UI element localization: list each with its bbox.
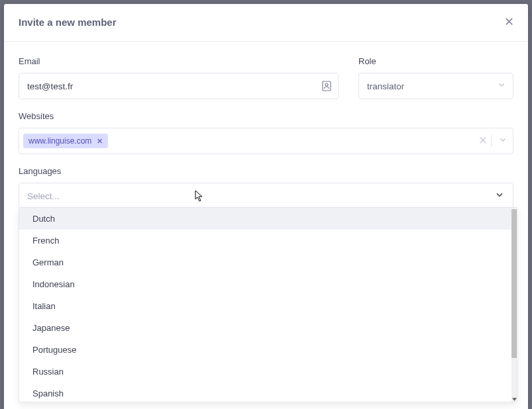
language-option[interactable]: German: [19, 251, 511, 273]
language-option[interactable]: Spanish: [19, 383, 511, 402]
clear-websites-button[interactable]: [479, 135, 487, 147]
modal-title: Invite a new member: [19, 17, 117, 28]
languages-select[interactable]: Select...: [19, 183, 513, 209]
language-option[interactable]: Portuguese: [19, 339, 511, 361]
email-input[interactable]: [19, 81, 322, 91]
contact-card-icon[interactable]: [322, 81, 331, 91]
modal-header: Invite a new member: [4, 4, 528, 42]
language-option[interactable]: Indonesian: [19, 273, 511, 295]
chevron-down-icon: [494, 189, 505, 203]
scrollbar[interactable]: [511, 208, 517, 402]
websites-label: Websites: [19, 111, 513, 121]
svg-marker-6: [512, 398, 517, 400]
scroll-down-arrow[interactable]: [511, 396, 517, 402]
email-field-group: Email: [19, 56, 339, 99]
modal-body: Email Role translator: [4, 42, 528, 228]
email-label: Email: [19, 56, 339, 66]
close-button[interactable]: [505, 16, 513, 28]
svg-point-3: [325, 83, 328, 86]
role-label: Role: [358, 56, 513, 66]
languages-label: Languages: [19, 166, 513, 176]
email-input-wrap: [19, 73, 339, 99]
websites-input[interactable]: www.linguise.com ✕: [19, 128, 513, 154]
languages-placeholder: Select...: [27, 191, 494, 201]
invite-member-modal: Invite a new member Email: [4, 4, 528, 409]
languages-field-group: Languages Select...: [19, 166, 513, 209]
language-option[interactable]: Italian: [19, 295, 511, 317]
websites-dropdown-toggle[interactable]: [491, 135, 507, 147]
tag-remove-icon[interactable]: ✕: [97, 137, 103, 146]
language-option[interactable]: French: [19, 230, 511, 251]
close-icon: [479, 136, 487, 144]
role-selected-value: translator: [367, 81, 497, 91]
language-option[interactable]: Dutch: [19, 208, 511, 230]
website-tag-label: www.linguise.com: [28, 136, 91, 146]
close-icon: [505, 17, 513, 26]
language-option[interactable]: Japanese: [19, 317, 511, 339]
language-option[interactable]: Russian: [19, 361, 511, 383]
scrollbar-thumb[interactable]: [511, 209, 517, 358]
chevron-down-icon: [497, 80, 506, 92]
websites-field-group: Websites www.linguise.com ✕: [19, 111, 513, 154]
languages-dropdown: DutchFrenchGermanIndonesianItalianJapane…: [19, 207, 517, 402]
chevron-down-icon: [498, 135, 507, 144]
languages-option-list[interactable]: DutchFrenchGermanIndonesianItalianJapane…: [19, 208, 511, 402]
website-tag: www.linguise.com ✕: [23, 134, 108, 148]
role-select[interactable]: translator: [358, 73, 513, 99]
role-field-group: Role translator: [358, 56, 513, 99]
